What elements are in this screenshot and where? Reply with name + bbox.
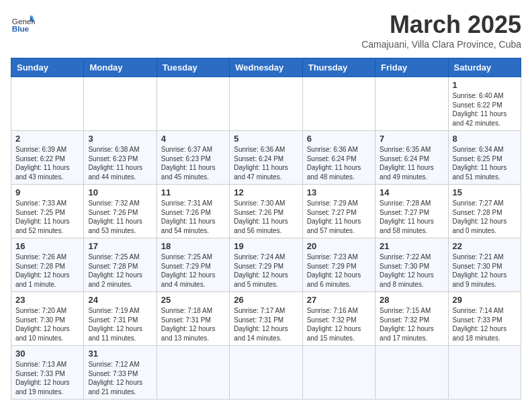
- day-info: Sunrise: 7:12 AM Sunset: 7:33 PM Dayligh…: [88, 360, 152, 396]
- day-info: Sunrise: 7:33 AM Sunset: 7:25 PM Dayligh…: [15, 199, 79, 235]
- day-info: Sunrise: 7:19 AM Sunset: 7:31 PM Dayligh…: [88, 306, 152, 342]
- day-number: 24: [88, 295, 152, 305]
- day-number: 2: [15, 134, 79, 144]
- calendar-cell: 22Sunrise: 7:21 AM Sunset: 7:30 PM Dayli…: [448, 238, 521, 292]
- day-info: Sunrise: 7:32 AM Sunset: 7:26 PM Dayligh…: [88, 199, 152, 235]
- calendar-cell: 31Sunrise: 7:12 AM Sunset: 7:33 PM Dayli…: [84, 346, 157, 400]
- calendar-cell: 4Sunrise: 6:37 AM Sunset: 6:23 PM Daylig…: [157, 131, 229, 185]
- day-number: 7: [380, 134, 443, 144]
- calendar-cell: [230, 77, 302, 131]
- calendar-cell: [375, 77, 448, 131]
- day-info: Sunrise: 7:31 AM Sunset: 7:26 PM Dayligh…: [161, 199, 225, 235]
- header: General Blue March 2025 Camajuani, Villa…: [11, 11, 521, 50]
- calendar-cell: 2Sunrise: 6:39 AM Sunset: 6:22 PM Daylig…: [11, 131, 84, 185]
- calendar-cell: [230, 346, 302, 400]
- day-number: 5: [234, 134, 298, 144]
- calendar-week-2: 2Sunrise: 6:39 AM Sunset: 6:22 PM Daylig…: [11, 131, 521, 185]
- calendar-cell: 1Sunrise: 6:40 AM Sunset: 6:22 PM Daylig…: [448, 77, 521, 131]
- day-number: 14: [380, 187, 443, 197]
- calendar-cell: 29Sunrise: 7:14 AM Sunset: 7:33 PM Dayli…: [448, 292, 521, 346]
- col-saturday: Saturday: [448, 58, 521, 77]
- day-info: Sunrise: 7:27 AM Sunset: 7:28 PM Dayligh…: [453, 199, 517, 235]
- calendar-cell: [302, 346, 375, 400]
- day-info: Sunrise: 7:13 AM Sunset: 7:33 PM Dayligh…: [15, 360, 79, 396]
- calendar-cell: 15Sunrise: 7:27 AM Sunset: 7:28 PM Dayli…: [448, 185, 521, 238]
- col-thursday: Thursday: [302, 58, 375, 77]
- day-info: Sunrise: 6:36 AM Sunset: 6:24 PM Dayligh…: [307, 145, 371, 181]
- day-number: 9: [15, 187, 79, 197]
- logo: General Blue: [11, 11, 35, 35]
- month-title: March 2025: [361, 11, 521, 39]
- day-number: 23: [15, 295, 79, 305]
- day-number: 11: [161, 187, 225, 197]
- calendar-cell: 3Sunrise: 6:38 AM Sunset: 6:23 PM Daylig…: [84, 131, 157, 185]
- day-info: Sunrise: 7:16 AM Sunset: 7:32 PM Dayligh…: [307, 306, 371, 342]
- day-number: 3: [88, 134, 152, 144]
- day-number: 13: [307, 187, 371, 197]
- day-number: 21: [380, 241, 443, 251]
- calendar-cell: 14Sunrise: 7:28 AM Sunset: 7:27 PM Dayli…: [375, 185, 448, 238]
- calendar-cell: [302, 77, 375, 131]
- day-info: Sunrise: 6:40 AM Sunset: 6:22 PM Dayligh…: [453, 91, 517, 128]
- day-info: Sunrise: 7:15 AM Sunset: 7:32 PM Dayligh…: [380, 306, 443, 342]
- calendar-cell: 25Sunrise: 7:18 AM Sunset: 7:31 PM Dayli…: [157, 292, 229, 346]
- location-subtitle: Camajuani, Villa Clara Province, Cuba: [361, 39, 521, 50]
- day-number: 8: [453, 134, 517, 144]
- calendar-cell: 6Sunrise: 6:36 AM Sunset: 6:24 PM Daylig…: [302, 131, 375, 185]
- day-number: 20: [307, 241, 371, 251]
- day-number: 31: [88, 349, 152, 359]
- calendar-cell: 24Sunrise: 7:19 AM Sunset: 7:31 PM Dayli…: [84, 292, 157, 346]
- svg-text:Blue: Blue: [12, 24, 30, 33]
- calendar-cell: 23Sunrise: 7:20 AM Sunset: 7:30 PM Dayli…: [11, 292, 84, 346]
- day-info: Sunrise: 7:26 AM Sunset: 7:28 PM Dayligh…: [15, 253, 79, 289]
- day-number: 16: [15, 241, 79, 251]
- day-number: 18: [161, 241, 225, 251]
- calendar-cell: 8Sunrise: 6:34 AM Sunset: 6:25 PM Daylig…: [448, 131, 521, 185]
- calendar-cell: 30Sunrise: 7:13 AM Sunset: 7:33 PM Dayli…: [11, 346, 84, 400]
- day-number: 19: [234, 241, 298, 251]
- calendar-cell: 16Sunrise: 7:26 AM Sunset: 7:28 PM Dayli…: [11, 238, 84, 292]
- day-info: Sunrise: 7:22 AM Sunset: 7:30 PM Dayligh…: [380, 253, 443, 289]
- day-info: Sunrise: 6:38 AM Sunset: 6:23 PM Dayligh…: [88, 145, 152, 181]
- day-number: 6: [307, 134, 371, 144]
- calendar-week-6: 30Sunrise: 7:13 AM Sunset: 7:33 PM Dayli…: [11, 346, 521, 400]
- day-info: Sunrise: 6:34 AM Sunset: 6:25 PM Dayligh…: [453, 145, 517, 181]
- calendar-cell: 27Sunrise: 7:16 AM Sunset: 7:32 PM Dayli…: [302, 292, 375, 346]
- calendar-cell: 21Sunrise: 7:22 AM Sunset: 7:30 PM Dayli…: [375, 238, 448, 292]
- calendar-cell: 12Sunrise: 7:30 AM Sunset: 7:26 PM Dayli…: [230, 185, 302, 238]
- day-number: 25: [161, 295, 225, 305]
- day-info: Sunrise: 6:35 AM Sunset: 6:24 PM Dayligh…: [380, 145, 443, 181]
- calendar-cell: [157, 77, 229, 131]
- col-wednesday: Wednesday: [230, 58, 302, 77]
- calendar-cell: 7Sunrise: 6:35 AM Sunset: 6:24 PM Daylig…: [375, 131, 448, 185]
- calendar-cell: 19Sunrise: 7:24 AM Sunset: 7:29 PM Dayli…: [230, 238, 302, 292]
- calendar-cell: [375, 346, 448, 400]
- day-info: Sunrise: 7:25 AM Sunset: 7:28 PM Dayligh…: [88, 253, 152, 289]
- day-number: 26: [234, 295, 298, 305]
- day-number: 17: [88, 241, 152, 251]
- calendar-week-1: 1Sunrise: 6:40 AM Sunset: 6:22 PM Daylig…: [11, 77, 521, 131]
- day-info: Sunrise: 6:36 AM Sunset: 6:24 PM Dayligh…: [234, 145, 298, 181]
- day-info: Sunrise: 7:25 AM Sunset: 7:29 PM Dayligh…: [161, 253, 225, 289]
- calendar-cell: 28Sunrise: 7:15 AM Sunset: 7:32 PM Dayli…: [375, 292, 448, 346]
- day-info: Sunrise: 7:28 AM Sunset: 7:27 PM Dayligh…: [380, 199, 443, 235]
- day-number: 10: [88, 187, 152, 197]
- day-number: 22: [453, 241, 517, 251]
- day-info: Sunrise: 7:17 AM Sunset: 7:31 PM Dayligh…: [234, 306, 298, 342]
- calendar-cell: [11, 77, 84, 131]
- day-number: 27: [307, 295, 371, 305]
- calendar-cell: [157, 346, 229, 400]
- calendar-cell: 17Sunrise: 7:25 AM Sunset: 7:28 PM Dayli…: [84, 238, 157, 292]
- calendar-cell: 26Sunrise: 7:17 AM Sunset: 7:31 PM Dayli…: [230, 292, 302, 346]
- day-number: 4: [161, 134, 225, 144]
- calendar-cell: [448, 346, 521, 400]
- day-info: Sunrise: 7:30 AM Sunset: 7:26 PM Dayligh…: [234, 199, 298, 235]
- calendar-cell: 11Sunrise: 7:31 AM Sunset: 7:26 PM Dayli…: [157, 185, 229, 238]
- day-number: 29: [453, 295, 517, 305]
- day-number: 12: [234, 187, 298, 197]
- day-number: 1: [453, 80, 517, 90]
- day-info: Sunrise: 7:23 AM Sunset: 7:29 PM Dayligh…: [307, 253, 371, 289]
- col-friday: Friday: [375, 58, 448, 77]
- day-info: Sunrise: 7:21 AM Sunset: 7:30 PM Dayligh…: [453, 253, 517, 289]
- day-info: Sunrise: 7:20 AM Sunset: 7:30 PM Dayligh…: [15, 306, 79, 342]
